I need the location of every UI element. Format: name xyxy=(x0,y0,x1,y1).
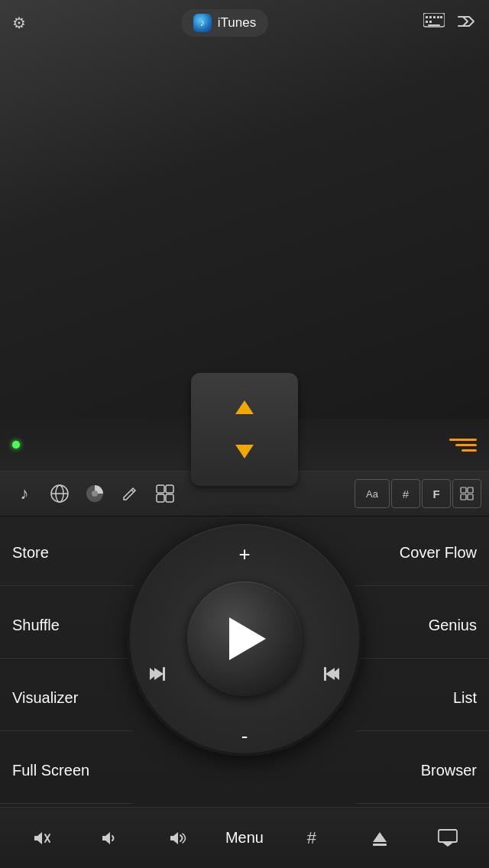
eject-button[interactable] xyxy=(360,818,400,858)
hash-button[interactable]: # xyxy=(391,479,420,508)
svg-rect-8 xyxy=(428,24,440,26)
menu-items-right: Cover Flow Genius List Browser xyxy=(355,517,489,807)
svg-point-13 xyxy=(92,491,98,497)
next-button[interactable] xyxy=(312,665,339,683)
grid-button[interactable] xyxy=(452,479,481,508)
svg-rect-7 xyxy=(429,21,432,23)
menu-item-store[interactable]: Store xyxy=(0,520,134,586)
svg-rect-17 xyxy=(166,494,173,502)
menu-item-genius[interactable]: Genius xyxy=(355,593,489,659)
header: ⚙ ♪ iTunes xyxy=(0,0,489,46)
main-display xyxy=(0,0,489,419)
svg-rect-2 xyxy=(429,16,432,18)
dpad-down-icon[interactable] xyxy=(235,445,254,458)
svg-rect-15 xyxy=(166,485,173,493)
menu-button[interactable]: Menu xyxy=(225,829,264,847)
svg-rect-14 xyxy=(157,485,164,493)
svg-rect-26 xyxy=(373,844,387,846)
svg-rect-18 xyxy=(461,487,466,493)
globe-tab-icon[interactable] xyxy=(43,477,76,510)
appstore-tab-icon[interactable] xyxy=(148,477,182,510)
podcast-tab-icon[interactable] xyxy=(78,477,112,510)
app-title-bar: ♪ iTunes xyxy=(181,9,268,37)
svg-rect-22 xyxy=(163,667,165,681)
svg-rect-6 xyxy=(426,21,428,23)
svg-rect-5 xyxy=(440,16,442,18)
dpad-container xyxy=(191,373,298,486)
f-button[interactable]: F xyxy=(422,479,451,508)
bar-3 xyxy=(461,449,477,452)
airplay-button[interactable] xyxy=(428,818,468,858)
volume-up-button[interactable]: + xyxy=(238,542,250,566)
menu-items-left: Store Shuffle Visualizer Full Screen xyxy=(0,517,134,807)
prev-button[interactable] xyxy=(150,665,177,683)
svg-rect-27 xyxy=(439,830,457,842)
keyboard-icon[interactable] xyxy=(423,13,445,34)
music-tab-icon[interactable]: ♪ xyxy=(8,477,41,510)
menu-item-browser[interactable]: Browser xyxy=(355,738,489,804)
aa-button[interactable]: Aa xyxy=(355,479,390,508)
status-dot xyxy=(12,441,20,449)
edit-tab-icon[interactable] xyxy=(113,477,147,510)
menu-item-shuffle[interactable]: Shuffle xyxy=(0,593,134,659)
svg-rect-3 xyxy=(433,16,436,18)
vol-low-button[interactable] xyxy=(89,818,129,858)
hash-bottom-button[interactable]: # xyxy=(292,818,332,858)
svg-rect-16 xyxy=(157,494,164,502)
dpad-up-icon[interactable] xyxy=(235,400,254,414)
mute-button[interactable] xyxy=(21,818,61,858)
vol-high-button[interactable] xyxy=(157,818,197,858)
bars-icon xyxy=(449,439,477,452)
svg-rect-21 xyxy=(468,494,473,500)
svg-rect-23 xyxy=(324,667,326,681)
bottom-bar: Menu # xyxy=(0,807,489,868)
menu-item-coverflow[interactable]: Cover Flow xyxy=(355,520,489,586)
play-icon xyxy=(229,617,266,660)
app-title: iTunes xyxy=(218,15,256,31)
svg-rect-1 xyxy=(426,16,428,18)
menu-item-list[interactable]: List xyxy=(355,666,489,731)
settings-icon[interactable]: ⚙ xyxy=(12,14,26,32)
bar-1 xyxy=(449,439,477,441)
menu-item-visualizer[interactable]: Visualizer xyxy=(0,666,134,731)
itunes-icon: ♪ xyxy=(193,14,212,32)
svg-rect-19 xyxy=(468,487,473,493)
shuffle-icon[interactable] xyxy=(457,14,477,33)
dpad-button[interactable] xyxy=(191,373,298,486)
svg-rect-20 xyxy=(461,494,466,500)
bar-2 xyxy=(455,444,477,446)
play-button[interactable] xyxy=(187,581,302,696)
svg-rect-4 xyxy=(437,16,439,18)
volume-down-button[interactable]: - xyxy=(241,724,248,748)
menu-item-fullscreen[interactable]: Full Screen xyxy=(0,738,134,804)
